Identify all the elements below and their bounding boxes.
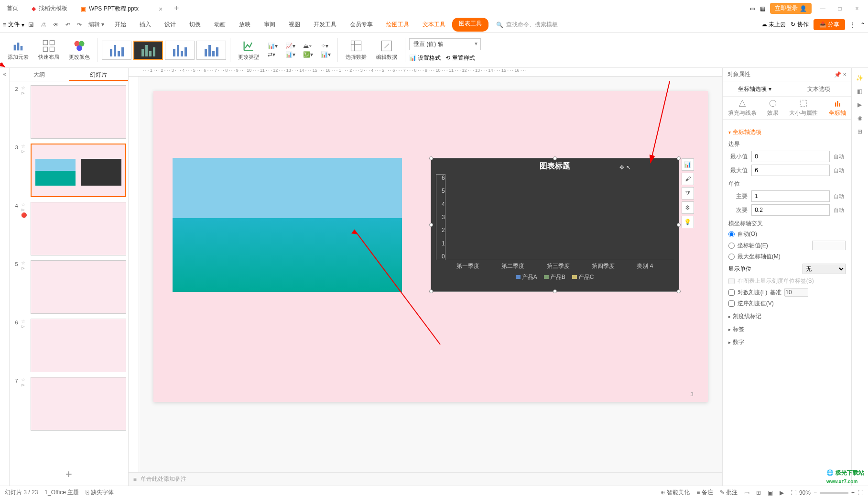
minimize-icon[interactable]: — <box>816 5 829 12</box>
tick-marks-section[interactable]: 刻度线标记 <box>728 312 846 321</box>
layout-icon[interactable]: ▭ <box>750 5 755 12</box>
expand-icon[interactable]: ⌃ <box>860 22 865 28</box>
fill-line-icon[interactable]: 填充与线条 <box>728 99 757 117</box>
file-menu[interactable]: ≡ 文件 ▾ <box>3 21 24 29</box>
slide-canvas[interactable]: 图表标题 0123456 第一季度第二季度第三季度第四季度类别 4 产品A产品B… <box>139 77 722 472</box>
more-menu[interactable]: ⋮ <box>850 22 856 28</box>
tab-drawtools[interactable]: 绘图工具 <box>380 18 416 32</box>
y-axis[interactable]: 0123456 <box>436 174 445 260</box>
new-tab-button[interactable]: + <box>169 3 184 13</box>
tab-texttools[interactable]: 文本工具 <box>416 18 452 32</box>
view-normal-icon[interactable]: ▭ <box>744 489 749 496</box>
outline-tab[interactable]: 大纲 <box>10 68 69 81</box>
command-search[interactable]: 🔍 查找命令、搜索模板 <box>496 21 558 29</box>
rail-icon5[interactable]: ⊞ <box>857 128 862 135</box>
disp-unit-select[interactable]: 无 <box>803 264 846 274</box>
reverse-check[interactable] <box>728 300 735 307</box>
close-icon[interactable]: × <box>159 5 163 13</box>
tab-home[interactable]: 首页 <box>0 0 25 17</box>
minor-input[interactable] <box>751 204 830 216</box>
labels-section[interactable]: 标签 <box>728 325 846 333</box>
chart-settings-icon[interactable]: ⚙ <box>682 201 694 214</box>
switch-icon[interactable]: ⇄▾ <box>268 51 278 58</box>
share-button[interactable]: 📤 分享 <box>814 19 845 30</box>
thumbnail-3[interactable] <box>31 144 126 197</box>
change-color-button[interactable]: 更改颜色 <box>65 39 94 61</box>
auto-cross-radio[interactable] <box>728 231 735 237</box>
edit-data-button[interactable]: 编辑数据 <box>372 39 401 61</box>
quick-layout-button[interactable]: 快速布局 <box>34 39 63 61</box>
close-window-icon[interactable]: × <box>851 5 863 12</box>
chart-elements-icon[interactable]: 📊 <box>682 158 694 171</box>
chart-object[interactable]: 图表标题 0123456 第一季度第二季度第三季度第四季度类别 4 产品A产品B… <box>431 158 679 292</box>
chart-filter-icon[interactable]: ⧩ <box>682 187 694 200</box>
major-input[interactable] <box>751 190 830 202</box>
select-data-button[interactable]: 选择数据 <box>342 39 370 61</box>
max-axis-radio[interactable] <box>728 254 735 260</box>
min-input[interactable] <box>751 151 830 162</box>
effects-icon[interactable]: 效果 <box>767 99 779 117</box>
rail-new-icon[interactable]: ✨ <box>856 75 863 81</box>
undo-icon[interactable]: ↶ <box>63 20 73 30</box>
thumbnail-2[interactable] <box>31 85 126 139</box>
tab-design[interactable]: 设计 <box>158 18 183 32</box>
beautify-button[interactable]: ⊕ 智能美化 <box>661 488 690 497</box>
tab-devtools[interactable]: 开发工具 <box>307 18 343 32</box>
comment-button[interactable]: ✎ 批注 <box>720 488 738 497</box>
rail-anim-icon[interactable]: ▶ <box>857 101 862 108</box>
column-icon[interactable]: 📊▾ <box>285 51 295 58</box>
bar-icon[interactable]: 📊▾ <box>268 43 278 49</box>
zoom-out-icon[interactable]: − <box>814 489 817 496</box>
thumbnail-7[interactable] <box>31 377 126 431</box>
tab-template[interactable]: ◆找稻壳模板 <box>25 0 74 17</box>
thumbnail-5[interactable] <box>31 260 126 314</box>
thumbnail-6[interactable] <box>31 319 126 372</box>
pin-icon[interactable]: 📌 <box>834 71 841 78</box>
scatter-icon[interactable]: ⁘▾ <box>321 43 331 49</box>
save-icon[interactable]: 🖫 <box>25 20 37 30</box>
collab-button[interactable]: ↻ 协作 <box>791 21 808 29</box>
area-icon[interactable]: ⛰▾ <box>303 43 313 49</box>
combo-icon[interactable]: 📊▾ <box>321 51 331 58</box>
add-element-button[interactable]: 添加元素 <box>4 39 33 61</box>
chart-bulb-icon[interactable]: 💡 <box>682 216 694 228</box>
set-format-button[interactable]: 📊 设置格式 <box>409 54 441 62</box>
view-sorter-icon[interactable]: ⊞ <box>756 489 761 496</box>
rail-shape-icon[interactable]: ◧ <box>857 88 862 95</box>
tab-animation[interactable]: 动画 <box>207 18 232 32</box>
view-reading-icon[interactable]: ▣ <box>768 489 773 496</box>
tab-insert[interactable]: 插入 <box>133 18 158 32</box>
notes-button[interactable]: ≡ 备注 <box>696 488 713 497</box>
collapse-panel-icon[interactable]: « <box>0 68 10 486</box>
tab-review[interactable]: 审阅 <box>257 18 282 32</box>
reset-style-button[interactable]: ⟲ 重置样式 <box>445 54 475 62</box>
print-icon[interactable]: 🖨 <box>38 20 49 30</box>
chart-brush-icon[interactable]: 🖌 <box>682 173 694 185</box>
tab-slideshow[interactable]: 放映 <box>232 18 257 32</box>
tab-charttools[interactable]: 图表工具 <box>452 18 488 32</box>
add-slide-button[interactable]: + <box>10 463 128 486</box>
tab-member[interactable]: 会员专享 <box>343 18 380 32</box>
size-prop-icon[interactable]: 大小与属性 <box>789 99 818 117</box>
fullscreen-icon[interactable]: ⛶ <box>857 489 863 496</box>
rail-icon4[interactable]: ◉ <box>857 115 862 122</box>
cloud-status[interactable]: ☁ 未上云 <box>761 21 786 29</box>
tab-document[interactable]: ▣WPS PPT教程.pptx× <box>74 0 169 17</box>
text-options-tab[interactable]: 文本选项 <box>787 81 851 96</box>
slide-image[interactable] <box>173 158 402 292</box>
zoom-in-icon[interactable]: + <box>851 489 855 496</box>
redo-icon[interactable]: ↷ <box>74 20 85 30</box>
stock-icon[interactable]: 💹▾ <box>303 51 313 58</box>
close-panel-icon[interactable]: × <box>843 71 846 78</box>
fit-icon[interactable]: ⛶ <box>791 489 796 496</box>
number-section[interactable]: 数字 <box>728 338 846 346</box>
edit-menu[interactable]: 编辑 ▾ <box>86 19 107 31</box>
chart-title[interactable]: 图表标题 <box>431 158 679 174</box>
chart-style-gallery[interactable] <box>102 41 226 60</box>
thumbnail-4[interactable] <box>31 202 126 255</box>
tab-transition[interactable]: 切换 <box>183 18 207 32</box>
missing-font[interactable]: ⎘ 缺失字体 <box>86 488 113 497</box>
tab-start[interactable]: 开始 <box>108 18 133 32</box>
axis-icon[interactable]: 坐标轴 <box>829 99 846 117</box>
grid-icon[interactable]: ▦ <box>760 5 765 12</box>
